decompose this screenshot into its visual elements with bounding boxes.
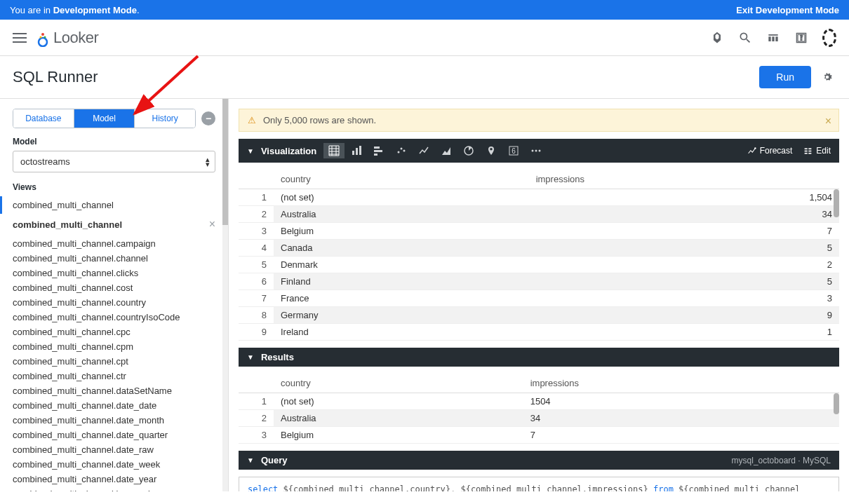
- chevron-down-icon[interactable]: ▼: [247, 353, 254, 361]
- table-scrollbar[interactable]: [834, 393, 839, 444]
- viz-area-icon[interactable]: [436, 143, 457, 158]
- svg-rect-25: [809, 150, 812, 151]
- exit-dev-mode-link[interactable]: Exit Development Mode: [736, 5, 839, 15]
- search-icon[interactable]: [738, 31, 752, 45]
- close-icon[interactable]: ×: [825, 115, 831, 128]
- table-row[interactable]: 1(not set)1504: [239, 393, 839, 410]
- chevron-down-icon[interactable]: ▼: [247, 147, 254, 155]
- visualization-label[interactable]: Visualization: [261, 146, 316, 156]
- expanded-view-name[interactable]: combined_multi_channel: [13, 219, 122, 230]
- collapse-sidebar-icon[interactable]: −: [201, 111, 215, 125]
- chevron-down-icon[interactable]: ▼: [247, 456, 254, 464]
- model-label: Model: [0, 137, 228, 151]
- user-avatar[interactable]: [822, 31, 836, 45]
- view-item[interactable]: combined_multi_channel: [0, 196, 228, 214]
- close-icon[interactable]: ×: [209, 218, 215, 231]
- field-item[interactable]: combined_multi_channel.date_year: [0, 472, 228, 486]
- field-item[interactable]: combined_multi_channel.date_month: [0, 413, 228, 428]
- viz-more-icon[interactable]: [526, 143, 547, 158]
- svg-rect-22: [805, 150, 808, 151]
- query-label[interactable]: Query: [261, 455, 288, 465]
- marketplace-icon[interactable]: [766, 31, 780, 45]
- field-item[interactable]: combined_multi_channel.country: [0, 295, 228, 310]
- results-table: country impressions 1(not set)15042Austr…: [239, 374, 839, 444]
- column-header-impressions[interactable]: impressions: [529, 170, 839, 189]
- menu-icon[interactable]: [13, 33, 27, 43]
- viz-map-icon[interactable]: [481, 143, 502, 158]
- field-item[interactable]: combined_multi_channel.cpc: [0, 325, 228, 339]
- table-row[interactable]: 2Australia34: [239, 206, 839, 223]
- run-button[interactable]: Run: [759, 66, 811, 88]
- settings-gear-icon[interactable]: [821, 71, 834, 83]
- viz-single-value-icon[interactable]: 6: [503, 143, 524, 158]
- dev-mode-label: You are in Development Mode.: [10, 5, 140, 15]
- viz-bar-icon[interactable]: [346, 143, 367, 158]
- viz-column-icon[interactable]: [368, 143, 389, 158]
- table-row[interactable]: 3Belgium7: [239, 427, 839, 444]
- sql-editor[interactable]: select ${combined_multi_channel.country}…: [239, 477, 839, 491]
- field-item[interactable]: combined_multi_channel.date_raw: [0, 442, 228, 457]
- svg-point-19: [539, 150, 541, 152]
- tab-database[interactable]: Database: [13, 109, 74, 128]
- app-header: Looker ?: [0, 20, 849, 56]
- table-row[interactable]: 2Australia34: [239, 410, 839, 427]
- table-scrollbar[interactable]: [834, 189, 839, 341]
- cell-impressions: 7: [523, 427, 839, 444]
- field-item[interactable]: combined_multi_channel.cost: [0, 280, 228, 295]
- row-number: 7: [239, 290, 274, 307]
- row-number-header: [239, 374, 274, 393]
- row-number: 5: [239, 257, 274, 273]
- table-row[interactable]: 6Finland5: [239, 273, 839, 290]
- table-row[interactable]: 7France3: [239, 290, 839, 307]
- row-number: 3: [239, 223, 274, 240]
- field-item[interactable]: combined_multi_channel.date_date: [0, 398, 228, 413]
- docs-icon[interactable]: [710, 31, 724, 45]
- field-item[interactable]: combined_multi_channel.campaign: [0, 236, 228, 251]
- column-header-country[interactable]: country: [274, 374, 523, 393]
- svg-rect-10: [374, 154, 377, 156]
- column-header-impressions[interactable]: impressions: [523, 374, 839, 393]
- model-select[interactable]: octostreams: [13, 151, 215, 172]
- logo[interactable]: Looker: [36, 29, 98, 47]
- cell-country: France: [274, 290, 529, 307]
- forecast-link[interactable]: Forecast: [747, 146, 793, 156]
- viz-line-icon[interactable]: [413, 143, 434, 158]
- field-item[interactable]: combined_multi_channel.clicks: [0, 266, 228, 280]
- help-icon[interactable]: ?: [794, 31, 808, 45]
- cell-impressions: 1: [529, 324, 839, 341]
- visualization-bar: ▼ Visualization 6 Forecast Edit: [239, 139, 839, 163]
- viz-scatter-icon[interactable]: [391, 143, 412, 158]
- views-label: Views: [0, 182, 228, 196]
- edit-link[interactable]: Edit: [803, 146, 831, 156]
- table-row[interactable]: 5Denmark2: [239, 257, 839, 273]
- table-row[interactable]: 1(not set)1,504: [239, 189, 839, 206]
- field-item[interactable]: combined_multi_channel.ctr: [0, 369, 228, 383]
- column-header-country[interactable]: country: [274, 170, 529, 189]
- query-bar: ▼ Query mysql_octoboard · MySQL: [239, 451, 839, 470]
- cell-country: Canada: [274, 240, 529, 257]
- viz-pie-icon[interactable]: [458, 143, 479, 158]
- svg-rect-5: [352, 151, 354, 155]
- field-item[interactable]: combined_multi_channel.cpm: [0, 339, 228, 354]
- field-item[interactable]: combined_multi_channel.dataSetName: [0, 383, 228, 398]
- results-label[interactable]: Results: [261, 352, 294, 362]
- viz-table-icon[interactable]: [323, 143, 345, 158]
- field-item[interactable]: combined_multi_channel.channel: [0, 251, 228, 266]
- sidebar-scrollbar[interactable]: [222, 99, 228, 491]
- field-item[interactable]: combined_multi_channel.cpt: [0, 354, 228, 369]
- field-item[interactable]: combined_multi_channel.date_week: [0, 457, 228, 472]
- table-row[interactable]: 4Canada5: [239, 240, 839, 257]
- field-item[interactable]: combined_multi_channel.countryIsoCode: [0, 310, 228, 325]
- table-row[interactable]: 9Ireland1: [239, 324, 839, 341]
- tab-model[interactable]: Model: [74, 109, 135, 128]
- row-number: 2: [239, 206, 274, 223]
- svg-rect-9: [374, 150, 382, 152]
- field-item[interactable]: combined_multi_channel.impressions: [0, 486, 228, 491]
- tab-history[interactable]: History: [135, 109, 195, 128]
- select-arrows-icon: ▴▾: [206, 157, 210, 167]
- sidebar: Database Model History − Model octostrea…: [0, 99, 229, 491]
- table-row[interactable]: 3Belgium7: [239, 223, 839, 240]
- row-number: 9: [239, 324, 274, 341]
- table-row[interactable]: 8Germany9: [239, 307, 839, 324]
- field-item[interactable]: combined_multi_channel.date_quarter: [0, 428, 228, 442]
